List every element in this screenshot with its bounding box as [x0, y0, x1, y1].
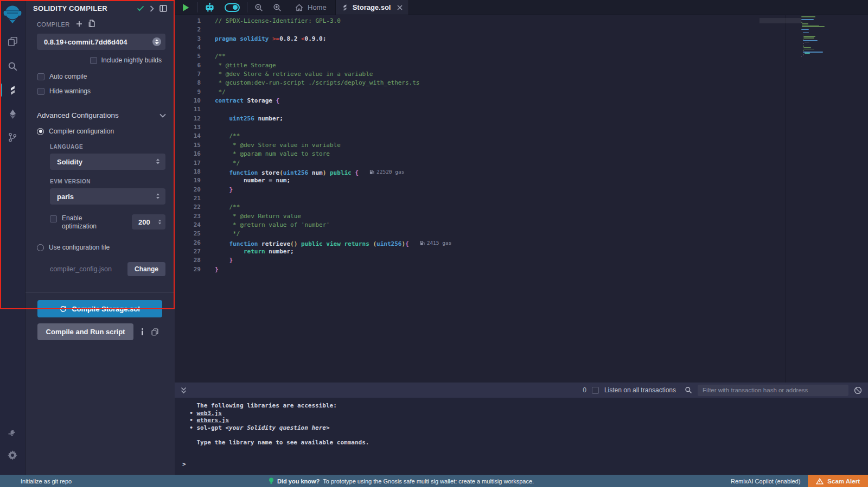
code-line[interactable]: 17 */	[175, 159, 797, 168]
ethereum-deploy-icon[interactable]	[0, 103, 25, 125]
code-line[interactable]: 23 * @dev Return value	[175, 212, 797, 221]
code-line[interactable]: 19 number = num;	[175, 176, 797, 185]
code-line[interactable]: 16 * @param num value to store	[175, 150, 797, 158]
tip-text: To prototype using the Gnosis safe multi…	[323, 478, 534, 485]
evm-version-select[interactable]: paris	[50, 188, 165, 205]
compiler-configuration-radio[interactable]	[37, 128, 44, 135]
auto-compile-checkbox[interactable]	[37, 73, 44, 80]
line-number: 2	[175, 26, 201, 34]
terminal-link[interactable]: web3.js	[197, 410, 222, 417]
line-number: 10	[175, 97, 201, 105]
terminal-line: The following libraries are accessible:	[182, 402, 868, 410]
change-config-button[interactable]: Change	[127, 262, 165, 276]
select-arrows-icon	[158, 217, 162, 227]
search-icon[interactable]	[0, 55, 25, 77]
code-line[interactable]: 11	[175, 105, 797, 114]
include-nightly-checkbox[interactable]	[90, 57, 97, 64]
compiler-version-select[interactable]: 0.8.19+commit.7dd6d404	[37, 34, 165, 50]
compile-and-run-button[interactable]: Compile and Run script	[37, 323, 133, 340]
line-number: 6	[175, 61, 201, 70]
code-line[interactable]: 20 }	[175, 186, 797, 194]
terminal-output[interactable]: The following libraries are accessible: …	[175, 398, 868, 475]
code-line[interactable]: 22 /**	[175, 203, 797, 212]
run-script-button[interactable]	[175, 0, 195, 15]
ban-icon[interactable]	[854, 386, 862, 394]
code-line[interactable]: 4	[175, 43, 797, 52]
optimization-row: Enable optimization 200	[50, 214, 165, 231]
optimization-runs-input[interactable]: 200	[132, 214, 165, 230]
line-number: 26	[175, 239, 201, 247]
minimap[interactable]	[801, 16, 833, 57]
code-line[interactable]: 3pragma solidity >=0.8.2 <0.9.0;	[175, 35, 797, 43]
close-icon[interactable]	[397, 5, 403, 10]
ai-copilot-button[interactable]	[200, 0, 220, 15]
code-line[interactable]: 10contract Storage {	[175, 97, 797, 105]
settings-gear-icon[interactable]	[0, 444, 25, 466]
file-add-icon[interactable]	[88, 20, 95, 29]
code-line[interactable]: 27 return number;	[175, 247, 797, 256]
terminal-prompt[interactable]: >	[182, 461, 868, 468]
plus-icon[interactable]	[76, 20, 82, 29]
advanced-configurations-header[interactable]: Advanced Configurations	[37, 110, 166, 120]
code-line[interactable]: 2	[175, 26, 797, 34]
terminal-line: • ethers.js	[182, 417, 868, 424]
code-area[interactable]: 1// SPDX-License-Identifier: GPL-3.023pr…	[175, 17, 797, 274]
line-number: 24	[175, 221, 201, 230]
line-number: 4	[175, 43, 201, 52]
copilot-status[interactable]: RemixAI Copilot (enabled)	[731, 478, 800, 485]
tab-home[interactable]: Home	[286, 0, 335, 15]
transaction-filter-input[interactable]	[698, 385, 848, 396]
git-init-status[interactable]: Initialize as git repo	[21, 478, 72, 485]
hide-warnings-checkbox[interactable]	[37, 88, 44, 95]
code-line[interactable]: 9 */	[175, 88, 797, 97]
tab-storage-sol[interactable]: Storage.sol	[335, 0, 410, 15]
code-line[interactable]: 8 * @custom:dev-run-script ./scripts/dep…	[175, 79, 797, 87]
minimap-slider[interactable]	[760, 18, 801, 23]
code-line[interactable]: 1// SPDX-License-Identifier: GPL-3.0	[175, 17, 797, 26]
include-nightly-label: Include nightly builds	[101, 56, 162, 64]
config-filename: compiler_config.json	[50, 265, 112, 273]
code-line[interactable]: 25 */	[175, 230, 797, 238]
info-icon[interactable]	[141, 328, 144, 335]
code-line[interactable]: 7 * @dev Store & retrieve value in a var…	[175, 70, 797, 79]
code-line[interactable]: 13	[175, 123, 797, 132]
remix-logo-icon[interactable]	[0, 3, 25, 25]
optimization-runs-value: 200	[138, 218, 158, 226]
line-number: 12	[175, 114, 201, 123]
git-branch-icon[interactable]	[0, 126, 25, 148]
code-line[interactable]: 5/**	[175, 52, 797, 61]
scam-alert-badge[interactable]: Scam Alert	[808, 475, 868, 487]
file-explorer-icon[interactable]	[0, 30, 25, 52]
copy-icon[interactable]	[151, 328, 158, 336]
home-icon	[295, 4, 303, 11]
collapse-terminal-icon[interactable]	[181, 387, 187, 394]
code-line[interactable]: 12 uint256 number;	[175, 114, 797, 123]
enable-optimization-checkbox[interactable]	[50, 215, 57, 222]
zoom-out-button[interactable]	[250, 0, 268, 15]
line-number: 17	[175, 159, 201, 168]
code-line[interactable]: 18 function store(uint256 num) public {2…	[175, 168, 797, 176]
columns-icon[interactable]	[159, 5, 167, 12]
listen-all-transactions-checkbox[interactable]	[592, 387, 599, 394]
code-line[interactable]: 28 }	[175, 256, 797, 265]
solidity-compiler-icon[interactable]	[0, 79, 25, 101]
zoom-in-button[interactable]	[268, 0, 286, 15]
chevron-right-icon[interactable]	[150, 5, 154, 12]
code-editor[interactable]: 1// SPDX-License-Identifier: GPL-3.023pr…	[175, 15, 868, 383]
code-line[interactable]: 15 * @dev Store value in variable	[175, 141, 797, 150]
plugin-manager-icon[interactable]	[0, 423, 25, 444]
copilot-toggle[interactable]	[220, 0, 245, 15]
code-line[interactable]: 14 /**	[175, 132, 797, 141]
code-line[interactable]: 24 * @return value of 'number'	[175, 221, 797, 230]
code-line[interactable]: 21	[175, 194, 797, 203]
compile-button[interactable]: Compile Storage.sol	[37, 300, 162, 317]
use-config-file-row: Use configuration file	[37, 244, 175, 251]
line-number: 19	[175, 176, 201, 185]
terminal-link[interactable]: ethers.js	[197, 417, 229, 424]
line-number: 8	[175, 79, 201, 87]
language-select[interactable]: Solidity	[50, 154, 165, 170]
use-config-file-radio[interactable]	[37, 244, 44, 251]
code-line[interactable]: 29}	[175, 265, 797, 274]
code-line[interactable]: 26 function retrieve() public view retur…	[175, 239, 797, 247]
code-line[interactable]: 6 * @title Storage	[175, 61, 797, 70]
